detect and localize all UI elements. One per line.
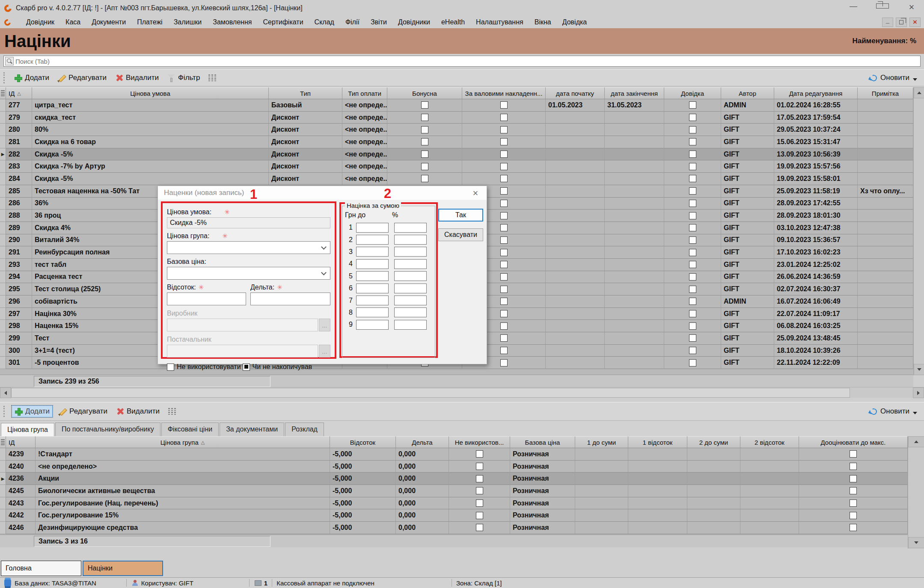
cell-help[interactable] xyxy=(664,173,721,185)
row-select-gutter[interactable] xyxy=(0,332,6,345)
row-select-gutter[interactable] xyxy=(0,210,6,222)
mdi-close-button[interactable]: × xyxy=(909,18,921,27)
table-row[interactable]: 4239!Стандарт-5,0000,000Розничная xyxy=(0,448,908,461)
cell-date_from[interactable] xyxy=(546,210,605,222)
cell-help[interactable] xyxy=(664,332,721,345)
cell-id[interactable]: 299 xyxy=(6,332,32,345)
cell-base[interactable]: Розничная xyxy=(510,473,575,485)
gross-checkbox[interactable] xyxy=(500,163,508,170)
bonus-checkbox[interactable] xyxy=(421,114,428,121)
table-row[interactable]: ▶4236Акции-5,0000,000Розничная xyxy=(0,473,908,485)
cell-edited[interactable]: 26.06.2024 14:36:59 xyxy=(774,271,858,284)
cell-author[interactable]: ADMIN xyxy=(721,295,774,308)
bonus-checkbox[interactable] xyxy=(421,175,428,182)
cell-date_to[interactable]: 31.05.2023 xyxy=(605,99,664,112)
help-checkbox[interactable] xyxy=(689,261,696,268)
cell-author[interactable]: GIFT xyxy=(721,357,774,369)
cell-percent[interactable]: -5,000 xyxy=(330,461,396,473)
cell-id[interactable]: 298 xyxy=(6,320,32,332)
cell-max[interactable] xyxy=(799,497,908,510)
cell-id[interactable]: 286 xyxy=(6,198,32,210)
refresh-button-bottom[interactable]: Оновити xyxy=(871,407,917,416)
tab-2[interactable]: По постачальнику/виробнику xyxy=(55,423,160,436)
gross-checkbox[interactable] xyxy=(500,126,508,133)
no-accumulate-checkbox[interactable] xyxy=(243,363,250,371)
cell-p1[interactable] xyxy=(628,461,687,473)
cell-note[interactable] xyxy=(858,246,913,259)
cell-help[interactable] xyxy=(664,295,721,308)
row-select-gutter[interactable] xyxy=(0,509,6,522)
cell-help[interactable] xyxy=(664,308,721,320)
cell-gross[interactable] xyxy=(462,173,546,185)
ok-button[interactable]: Так xyxy=(438,209,483,222)
cell-author[interactable]: GIFT xyxy=(721,283,774,295)
menu-item-філії[interactable]: Філії xyxy=(345,18,359,26)
help-checkbox[interactable] xyxy=(689,236,696,244)
cell-group[interactable]: Гос.регулирование (Нац. перечень) xyxy=(36,497,330,510)
cell-note[interactable] xyxy=(858,160,913,173)
cell-base[interactable]: Розничная xyxy=(510,522,575,534)
cell-date_to[interactable] xyxy=(605,112,664,124)
cell-date_from[interactable] xyxy=(546,173,605,185)
help-checkbox[interactable] xyxy=(689,224,696,231)
cell-edited[interactable]: 01.02.2024 16:28:55 xyxy=(774,99,858,112)
maximize-button[interactable] xyxy=(876,2,889,13)
column-header-note[interactable]: Примітка xyxy=(858,87,913,99)
gross-checkbox[interactable] xyxy=(500,322,508,330)
cell-max[interactable] xyxy=(799,461,908,473)
row-select-gutter[interactable] xyxy=(0,357,6,369)
cell-percent[interactable]: -5,000 xyxy=(330,522,396,534)
menu-item-довідка[interactable]: Довідка xyxy=(562,18,587,26)
cell-p2[interactable] xyxy=(740,473,799,485)
cell-s1[interactable] xyxy=(575,461,628,473)
row-select-gutter[interactable] xyxy=(0,160,6,173)
max-checkbox[interactable] xyxy=(850,475,857,482)
cell-name[interactable]: скидка_тест xyxy=(32,112,269,124)
cell-pay[interactable]: <не опреде... xyxy=(342,112,387,124)
help-checkbox[interactable] xyxy=(689,200,696,207)
cell-name[interactable]: Скидка -7% by Артур xyxy=(32,160,269,173)
cell-id[interactable]: 282 xyxy=(6,148,32,161)
vertical-scrollbar-top[interactable] xyxy=(913,87,924,375)
row-select-gutter[interactable] xyxy=(0,259,6,271)
cell-id[interactable]: 300 xyxy=(6,345,32,357)
menu-item-залишки[interactable]: Залишки xyxy=(174,18,202,26)
max-checkbox[interactable] xyxy=(850,524,857,531)
cell-author[interactable]: GIFT xyxy=(721,198,774,210)
cell-group[interactable]: Гос.регулирование 15% xyxy=(36,509,330,522)
help-checkbox[interactable] xyxy=(689,175,696,182)
row-select-gutter[interactable] xyxy=(0,124,6,136)
bonus-checkbox[interactable] xyxy=(421,151,428,158)
cell-edited[interactable]: 25.09.2023 11:58:19 xyxy=(774,185,858,198)
cell-edited[interactable]: 16.07.2024 16:06:49 xyxy=(774,295,858,308)
menu-item-каса[interactable]: Каса xyxy=(65,18,80,26)
column-header-date_to[interactable]: дата закінчення xyxy=(605,87,664,99)
cell-date_from[interactable] xyxy=(546,198,605,210)
cell-s2[interactable] xyxy=(687,522,740,534)
cell-date_from[interactable] xyxy=(546,148,605,161)
cell-pay[interactable]: <не опреде... xyxy=(342,99,387,112)
uah-to-input-2[interactable] xyxy=(356,235,389,245)
cell-not_use[interactable] xyxy=(449,485,510,497)
edit-button-bottom[interactable]: Редагувати xyxy=(56,406,110,417)
not_use-checkbox[interactable] xyxy=(476,450,483,458)
percent-input-1[interactable] xyxy=(394,223,427,233)
cell-date_from[interactable] xyxy=(546,308,605,320)
cell-gross[interactable] xyxy=(462,136,546,148)
cell-bonus[interactable] xyxy=(387,148,462,161)
cell-note[interactable]: Хз что оплу... xyxy=(858,185,913,198)
cell-p2[interactable] xyxy=(740,497,799,510)
supplier-input[interactable] xyxy=(167,345,318,358)
scroll-left-button[interactable] xyxy=(0,387,11,398)
cell-id[interactable]: 294 xyxy=(6,271,32,284)
cell-date_to[interactable] xyxy=(605,210,664,222)
manufacturer-input[interactable] xyxy=(167,319,318,331)
not_use-checkbox[interactable] xyxy=(476,463,483,470)
cell-id[interactable]: 284 xyxy=(6,173,32,185)
column-header-delta[interactable]: Дельта xyxy=(396,436,449,448)
add-button-bottom[interactable]: Додати xyxy=(12,405,53,417)
cell-help[interactable] xyxy=(664,283,721,295)
manufacturer-browse-button[interactable]: ... xyxy=(319,319,330,331)
max-checkbox[interactable] xyxy=(850,512,857,519)
refresh-dropdown-arrow[interactable] xyxy=(913,78,917,81)
